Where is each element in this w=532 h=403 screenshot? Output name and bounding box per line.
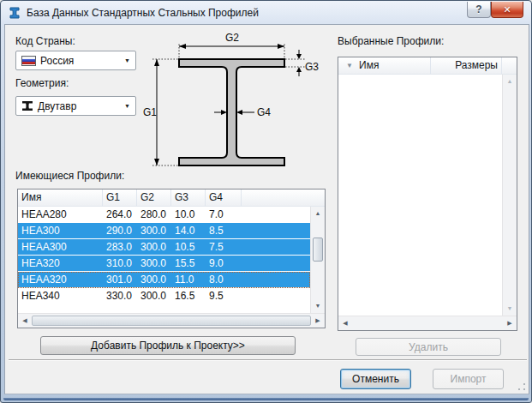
scroll-up-icon[interactable]: ▲: [503, 75, 517, 88]
country-code-label: Код Страны:: [15, 35, 75, 47]
horizontal-scrollbar[interactable]: ◀ ▶: [338, 316, 517, 330]
cell-g2: 300.0: [137, 288, 171, 304]
selected-profiles-table: ▼ Имя Размеры ▲ ▼ ◀ ▶: [338, 57, 517, 331]
scroll-down-icon[interactable]: ▼: [311, 299, 325, 313]
window-bottom-edge: [3, 398, 529, 400]
table-row[interactable]: HEA320 310.0 300.0 15.5 9.0: [18, 256, 310, 272]
cell-g4: 9.5: [206, 288, 240, 304]
footer-divider: [9, 359, 527, 361]
add-profile-button[interactable]: Добавить Профиль к Проекту>>: [40, 336, 296, 355]
cell-g2: 300.0: [137, 256, 171, 271]
selected-profiles-label: Выбранные Профили:: [338, 35, 444, 47]
cancel-button-label: Отменить: [352, 373, 399, 385]
cell-g3: 11.0: [171, 272, 206, 287]
scroll-right-icon[interactable]: ▶: [311, 314, 325, 328]
sort-icon[interactable]: ▼: [338, 57, 357, 74]
table-row[interactable]: HEAA300 283.0 300.0 10.5 7.5: [18, 239, 310, 256]
title-bar[interactable]: База Данных Стандартных Стальных Профиле…: [2, 2, 530, 24]
cell-name: HEA300: [18, 223, 103, 238]
ibeam-small-icon: [21, 100, 33, 111]
column-header-sizes[interactable]: Размеры: [430, 57, 502, 74]
table-row[interactable]: HEAA280 264.0 280.0 10.0 7.0: [18, 207, 310, 223]
cell-name: HEAA320: [18, 272, 103, 287]
column-header-g4[interactable]: G4: [206, 189, 242, 206]
cell-g4: 8.0: [206, 272, 240, 287]
scroll-down-icon[interactable]: ▼: [503, 302, 517, 316]
cell-g4: 8.5: [206, 223, 240, 238]
cell-g1: 310.0: [103, 256, 137, 271]
cell-g2: 300.0: [137, 239, 171, 255]
column-header-g1[interactable]: G1: [103, 189, 137, 206]
cell-g2: 280.0: [137, 207, 171, 222]
scroll-left-icon[interactable]: ◀: [18, 314, 32, 328]
cell-name: HEAA280: [18, 207, 103, 222]
dim-label-g4: G4: [257, 106, 271, 118]
chevron-down-icon: ▼: [124, 103, 130, 109]
cell-g3: 10.5: [171, 239, 206, 255]
cell-g2: 300.0: [137, 272, 171, 287]
scrollbar-thumb[interactable]: [32, 316, 311, 326]
import-button[interactable]: Импорт: [433, 369, 504, 389]
column-header-filler: [502, 57, 517, 74]
close-icon: ✕: [503, 4, 511, 15]
available-profiles-table: Имя G1 G2 G3 G4 HEAA280 264.0 280.0 10.0…: [17, 189, 326, 328]
cell-g1: 330.0: [103, 288, 137, 304]
column-header-filler: [242, 189, 325, 206]
cell-g1: 283.0: [103, 239, 137, 255]
cell-g4: 9.0: [206, 256, 240, 271]
cell-g2: 300.0: [137, 223, 171, 238]
chevron-down-icon: ▼: [124, 57, 130, 63]
russia-flag-icon: [21, 56, 36, 66]
scroll-up-icon[interactable]: ▲: [311, 207, 325, 220]
column-header-name[interactable]: Имя: [18, 189, 103, 206]
ibeam-app-icon: [8, 6, 21, 20]
selected-table-header[interactable]: ▼ Имя Размеры: [338, 57, 517, 75]
close-button[interactable]: ✕: [491, 2, 523, 18]
column-header-g2[interactable]: G2: [137, 189, 171, 206]
available-profiles-label: Имеющиеся Профили:: [15, 170, 124, 182]
cell-g3: 14.0: [171, 223, 206, 238]
help-button[interactable]: ?: [467, 2, 491, 18]
cell-g3: 16.5: [171, 288, 206, 304]
cell-g3: 10.0: [171, 207, 206, 222]
cell-g1: 290.0: [103, 223, 137, 238]
table-row[interactable]: HEA340 330.0 300.0 16.5 9.5: [18, 288, 310, 304]
selected-table-body: [338, 75, 502, 316]
dialog-window: База Данных Стандартных Стальных Профиле…: [0, 0, 532, 403]
available-table-header[interactable]: Имя G1 G2 G3 G4: [18, 189, 325, 207]
dim-label-g1: G1: [143, 106, 157, 118]
vertical-scrollbar[interactable]: ▲ ▼: [310, 207, 325, 313]
table-row-focused[interactable]: HEAA320 301.0 300.0 11.0 8.0: [18, 272, 310, 288]
dialog-client-area: Код Страны: Россия ▼ Геометрия: Двутавр …: [4, 24, 529, 394]
country-select-value: Россия: [40, 55, 74, 67]
geometry-select-value: Двутавр: [38, 100, 76, 112]
scroll-right-icon[interactable]: ▶: [503, 316, 517, 330]
vertical-scrollbar[interactable]: ▲ ▼: [502, 75, 517, 316]
column-header-name[interactable]: Имя: [357, 57, 430, 74]
scrollbar-thumb[interactable]: [313, 238, 323, 262]
geometry-label: Геометрия:: [15, 77, 69, 89]
cell-g4: 7.5: [206, 239, 240, 255]
dim-label-g3: G3: [305, 61, 319, 73]
import-button-label: Импорт: [451, 373, 487, 385]
cell-name: HEAA300: [18, 239, 103, 255]
geometry-select[interactable]: Двутавр ▼: [15, 96, 136, 116]
window-title: База Данных Стандартных Стальных Профиле…: [27, 7, 259, 19]
table-row[interactable]: HEA300 290.0 300.0 14.0 8.5: [18, 223, 310, 239]
help-icon: ?: [475, 3, 481, 15]
cancel-button[interactable]: Отменить: [340, 369, 411, 389]
cell-g1: 264.0: [103, 207, 137, 222]
column-header-g3[interactable]: G3: [171, 189, 206, 206]
cell-name: HEA340: [18, 288, 103, 304]
cell-g1: 301.0: [103, 272, 137, 287]
country-select[interactable]: Россия ▼: [15, 51, 136, 70]
cell-g4: 7.0: [206, 207, 240, 222]
cell-name: HEA320: [18, 256, 103, 271]
scroll-left-icon[interactable]: ◀: [338, 316, 352, 330]
delete-button[interactable]: Удалить: [356, 338, 501, 356]
resize-grip[interactable]: [516, 381, 526, 391]
add-profile-button-label: Добавить Профиль к Проекту>>: [91, 340, 245, 352]
delete-button-label: Удалить: [409, 341, 448, 353]
horizontal-scrollbar[interactable]: ◀ ▶: [18, 313, 325, 328]
available-table-body: HEAA280 264.0 280.0 10.0 7.0 HEA300 290.…: [18, 207, 310, 313]
